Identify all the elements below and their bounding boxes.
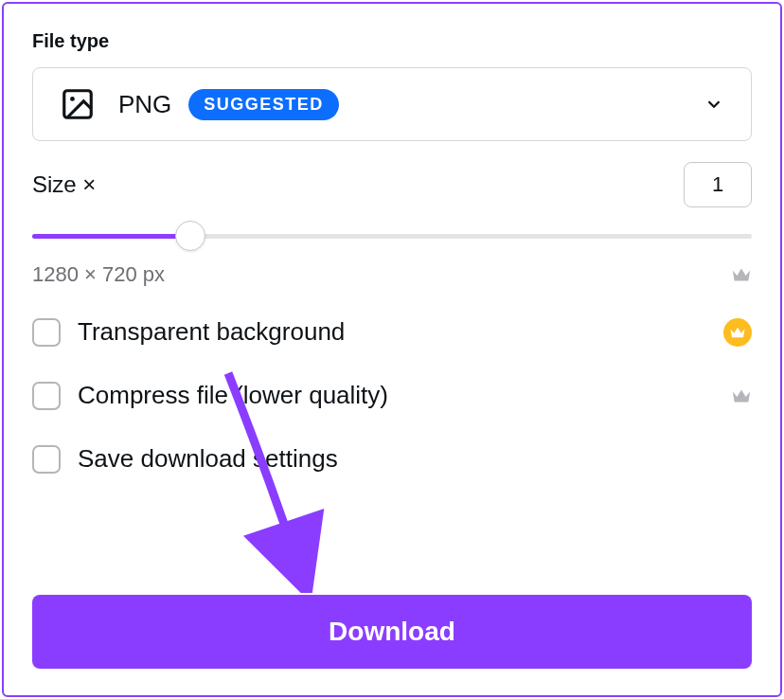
size-label: Size × bbox=[32, 171, 96, 198]
save-settings-label: Save download settings bbox=[78, 444, 752, 474]
compress-checkbox[interactable] bbox=[32, 382, 61, 410]
crown-icon bbox=[731, 266, 752, 283]
download-button[interactable]: Download bbox=[32, 595, 752, 669]
crown-icon bbox=[731, 387, 752, 404]
transparent-bg-label: Transparent background bbox=[78, 317, 723, 347]
transparent-bg-checkbox[interactable] bbox=[32, 318, 61, 347]
save-settings-row: Save download settings bbox=[32, 444, 752, 474]
pro-badge-gold bbox=[723, 318, 752, 347]
size-row: Size × bbox=[32, 162, 752, 207]
compress-label: Compress file (lower quality) bbox=[78, 381, 731, 410]
size-multiplier-input[interactable] bbox=[684, 162, 752, 207]
file-type-label: PNG bbox=[118, 90, 171, 119]
chevron-down-icon bbox=[704, 94, 724, 115]
save-settings-checkbox[interactable] bbox=[32, 445, 61, 474]
dimensions-row: 1280 × 720 px bbox=[32, 262, 752, 287]
size-slider[interactable] bbox=[32, 221, 752, 251]
file-type-heading: File type bbox=[32, 30, 752, 52]
download-panel: File type PNG SUGGESTED Size × 1280 × 72… bbox=[2, 2, 782, 697]
crown-icon bbox=[729, 326, 746, 339]
svg-point-1 bbox=[70, 97, 75, 101]
file-type-dropdown[interactable]: PNG SUGGESTED bbox=[32, 67, 752, 141]
transparent-bg-row: Transparent background bbox=[32, 317, 752, 347]
slider-thumb[interactable] bbox=[175, 221, 205, 251]
compress-row: Compress file (lower quality) bbox=[32, 381, 752, 410]
image-icon bbox=[60, 86, 96, 122]
suggested-badge: SUGGESTED bbox=[188, 89, 339, 120]
dimensions-text: 1280 × 720 px bbox=[32, 262, 165, 287]
